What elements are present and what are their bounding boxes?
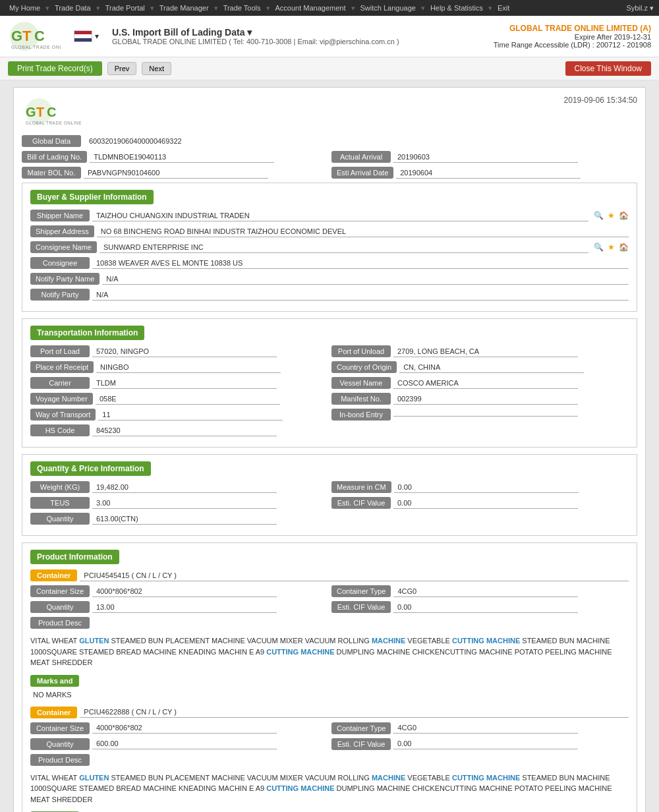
- vessel-name-label: Vessel Name: [331, 377, 391, 389]
- esti-arrival-value: 20190604: [396, 167, 581, 179]
- carrier-vessel-row: Carrier TLDM Vessel Name COSCO AMERICA: [30, 377, 629, 389]
- notify-party-name-row: Notify Party Name N/A: [30, 273, 629, 285]
- print-button[interactable]: Print Trade Record(s): [8, 61, 102, 76]
- logo-svg: G T C GLOBAL TRADE ONLINE: [8, 20, 61, 53]
- container2-value: PCIU4622888 ( CN / L / CY ): [80, 707, 629, 718]
- notify-party-name-value: N/A: [102, 274, 629, 285]
- container1-qty-cif-row: Quantity 13.00 Esti. CIF Value 0.00: [30, 601, 629, 613]
- next-button[interactable]: Next: [142, 62, 171, 75]
- country-origin-label: Country of Origin: [331, 361, 397, 373]
- esti-cif-label: Esti. CIF Value: [331, 497, 391, 509]
- quantity-value: 613.00(CTN): [92, 513, 277, 525]
- time-range: Time Range Accessible (LDR) : 200712 - 2…: [494, 41, 651, 49]
- close-button[interactable]: Close This Window: [565, 61, 651, 76]
- star-icon2[interactable]: ★: [608, 243, 615, 252]
- notify-party-name-label: Notify Party Name: [30, 273, 100, 285]
- way-transport-value: 11: [98, 409, 283, 420]
- mater-bol-value: PABVNGPN90104600: [84, 167, 268, 179]
- doc-logo-svg: G T C GLOBAL TRADE ONLINE LIMITED: [22, 96, 81, 130]
- nav-tradedata[interactable]: Trade Data: [51, 4, 95, 12]
- mater-bol-row: Mater BOL No. PABVNGPN90104600 Esti Arri…: [22, 167, 637, 179]
- container1-size-label: Container Size: [30, 585, 90, 597]
- nav-myhome[interactable]: My Home: [5, 4, 44, 12]
- esti-arrival-field: Esti Arrival Date 20190604: [331, 167, 637, 179]
- manifest-no-label: Manifest No.: [331, 393, 391, 405]
- hs-code-row: HS Code 845230: [30, 424, 629, 436]
- notify-party-value: N/A: [92, 289, 629, 301]
- mater-bol-label: Mater BOL No.: [22, 167, 81, 179]
- esti-arrival-label: Esti Arrival Date: [331, 167, 393, 179]
- svg-text:GLOBAL TRADE ONLINE: GLOBAL TRADE ONLINE: [11, 45, 61, 49]
- container1-desc-label-row: Product Desc: [30, 617, 629, 629]
- actual-arrival-field: Actual Arrival 20190603: [331, 151, 637, 163]
- nav-accountmgmt[interactable]: Account Management: [272, 4, 350, 12]
- star-icon[interactable]: ★: [608, 211, 615, 220]
- page-header: G T C GLOBAL TRADE ONLINE ▾ U.S. Import …: [0, 16, 659, 57]
- container2-size-label: Container Size: [30, 722, 90, 734]
- shipper-name-label: Shipper Name: [30, 210, 90, 221]
- container1-marks-label: Marks and: [30, 671, 629, 689]
- home-icon[interactable]: 🏠: [619, 211, 629, 220]
- manifest-no-value: 002399: [393, 393, 578, 405]
- weight-measure-row: Weight (KG) 19,482.00 Measure in CM 0.00: [30, 481, 629, 493]
- nav-tradeportal[interactable]: Trade Portal: [101, 4, 149, 12]
- container2-size-value: 4000*806*802: [92, 722, 277, 734]
- consignee-row: Consignee 10838 WEAVER AVES EL MONTE 108…: [30, 257, 629, 269]
- container2-desc-label: Product Desc: [30, 754, 90, 766]
- nav-helpstats[interactable]: Help & Statistics: [426, 4, 487, 12]
- container2-qty-value: 600.00: [92, 738, 277, 749]
- shipper-address-row: Shipper Address NO 68 BINCHENG ROAD BINH…: [30, 225, 629, 237]
- bol-value: TLDMNBOE19040113: [90, 152, 274, 163]
- voyage-manifest-row: Voyage Number 058E Manifest No. 002399: [30, 393, 629, 405]
- actual-arrival-label: Actual Arrival: [331, 151, 391, 163]
- measure-value: 0.00: [394, 482, 579, 493]
- nav-tradetools[interactable]: Trade Tools: [219, 4, 265, 12]
- search-icon[interactable]: 🔍: [594, 211, 604, 220]
- receipt-origin-row: Place of Receipt NINGBO Country of Origi…: [30, 361, 629, 373]
- container2-cif-label: Esti. CIF Value: [331, 738, 391, 750]
- weight-value: 19,482.00: [92, 482, 277, 493]
- port-load-label: Port of Load: [30, 345, 90, 357]
- teus-cif-row: TEUS 3.00 Esti. CIF Value 0.00: [30, 497, 629, 509]
- container2-marks-label: Marks and: [30, 807, 629, 812]
- header-title-area: U.S. Import Bill of Lading Data ▾ GLOBAL…: [112, 27, 399, 45]
- svg-text:C: C: [34, 28, 45, 44]
- bol-row: Bill of Lading No. TLDMNBOE19040113 Actu…: [22, 151, 637, 163]
- nav-exit[interactable]: Exit: [494, 4, 513, 12]
- container2-desc-label-row: Product Desc: [30, 754, 629, 766]
- container2-label: Container: [30, 707, 77, 718]
- home-icon2[interactable]: 🏠: [619, 243, 629, 252]
- nav-switchlang[interactable]: Switch Language: [357, 4, 420, 12]
- container1-qty-value: 13.00: [92, 602, 277, 613]
- svg-text:G: G: [26, 105, 36, 119]
- page-title: U.S. Import Bill of Lading Data ▾: [112, 27, 399, 38]
- hs-code-value: 845230: [92, 425, 277, 436]
- container2-qty-label: Quantity: [30, 738, 90, 750]
- prev-button[interactable]: Prev: [107, 62, 137, 75]
- container1-desc-label: Product Desc: [30, 617, 90, 629]
- container2-qty-cif-row: Quantity 600.00 Esti. CIF Value 0.00: [30, 738, 629, 750]
- buyer-supplier-section: Buyer & Supplier Information Shipper Nam…: [22, 183, 637, 312]
- country-origin-value: CN, CHINA: [399, 362, 584, 373]
- container1-cif-label: Esti. CIF Value: [331, 601, 391, 613]
- nav-trademanager[interactable]: Trade Manager: [156, 4, 213, 12]
- container1-desc-text: VITAL WHEAT GLUTEN STEAMED BUN PLACEMENT…: [30, 633, 629, 671]
- doc-timestamp: 2019-09-06 15:34:50: [564, 96, 637, 130]
- teus-value: 3.00: [92, 498, 277, 509]
- shipper-name-row: Shipper Name TAIZHOU CHUANGXIN INDUSTRIA…: [30, 210, 629, 221]
- voyage-number-value: 058E: [96, 393, 280, 405]
- port-unload-value: 2709, LONG BEACH, CA: [393, 346, 578, 357]
- container2-desc-text: VITAL WHEAT GLUTEN STEAMED BUN PLACEMENT…: [30, 770, 629, 808]
- place-receipt-label: Place of Receipt: [30, 361, 94, 373]
- carrier-label: Carrier: [30, 377, 90, 389]
- way-transport-label: Way of Transport: [30, 409, 96, 420]
- in-bond-value: [393, 413, 578, 417]
- notify-party-label: Notify Party: [30, 289, 90, 301]
- flag-area[interactable]: ▾: [74, 30, 99, 42]
- consignee-value: 10838 WEAVER AVES EL MONTE 10838 US: [92, 258, 629, 269]
- shipper-address-label: Shipper Address: [30, 225, 94, 237]
- search-icon2[interactable]: 🔍: [594, 243, 604, 252]
- consignee-label: Consignee: [30, 257, 90, 269]
- svg-text:T: T: [22, 28, 32, 44]
- product-info-header: Product Information: [30, 550, 119, 564]
